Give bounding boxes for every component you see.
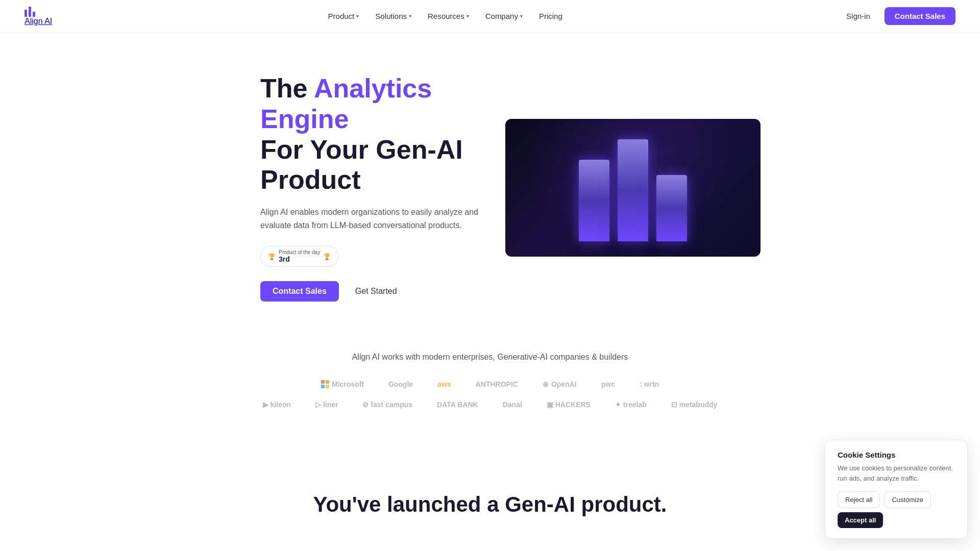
- partner-pwc: pwc: [601, 380, 615, 388]
- chevron-down-icon: ▾: [520, 13, 523, 19]
- cookie-buttons: Reject all Customize Accept all: [838, 491, 955, 528]
- product-of-day-badge: 🏆 Product of the day 3rd 🏆: [260, 246, 338, 267]
- reject-all-button[interactable]: Reject all: [838, 491, 880, 508]
- partners-intro: Align AI works with modern enterprises, …: [41, 353, 939, 362]
- customize-button[interactable]: Customize: [884, 491, 930, 508]
- cookie-title: Cookie Settings: [838, 450, 955, 459]
- signin-button[interactable]: Sign-in: [838, 8, 878, 24]
- chevron-down-icon: ▾: [356, 13, 359, 19]
- chevron-down-icon: ▾: [467, 13, 469, 19]
- bottom-headline: You've launched a Gen-AI product.: [20, 492, 960, 517]
- navbar: Align AI Product ▾ Solutions ▾ Resources…: [0, 0, 980, 33]
- accept-all-button[interactable]: Accept all: [838, 512, 883, 528]
- partner-wrtn: : wrtn: [640, 380, 659, 388]
- cookie-description: We use cookies to personalize content, r…: [838, 463, 955, 483]
- hero-title: The Analytics Engine For Your Gen-AI Pro…: [260, 73, 505, 195]
- pod-leaves-right: 🏆: [323, 253, 331, 260]
- hero-buttons: Contact Sales Get Started: [260, 281, 505, 302]
- get-started-button[interactable]: Get Started: [347, 281, 405, 302]
- chevron-down-icon: ▾: [409, 13, 411, 19]
- partner-anthropic: ANTHROPIC: [476, 380, 518, 388]
- nav-company[interactable]: Company ▾: [478, 8, 530, 24]
- chart-bar-3: [656, 175, 687, 241]
- openai-icon: ⊕: [543, 380, 549, 388]
- nav-pricing[interactable]: Pricing: [532, 8, 570, 24]
- chart-bar-1: [579, 160, 609, 241]
- partner-openai: ⊕ OpenAI: [543, 380, 577, 388]
- chart-bar-2: [618, 139, 648, 241]
- nav-product[interactable]: Product ▾: [321, 8, 366, 24]
- partner-liner: ▷ liner: [315, 400, 338, 409]
- nav-solutions[interactable]: Solutions ▾: [368, 8, 419, 24]
- pod-leaves-left: 🏆: [268, 253, 276, 260]
- nav-resources[interactable]: Resources ▾: [421, 8, 476, 24]
- brand-logo[interactable]: Align AI: [24, 7, 52, 26]
- hero-section: The Analytics Engine For Your Gen-AI Pro…: [158, 33, 822, 332]
- partner-databank: DATA BANK: [437, 400, 478, 409]
- hero-content: The Analytics Engine For Your Gen-AI Pro…: [260, 73, 505, 302]
- contact-sales-nav-button[interactable]: Contact Sales: [885, 7, 955, 25]
- hero-illustration: [505, 119, 761, 257]
- nav-links: Product ▾ Solutions ▾ Resources ▾ Compan…: [321, 8, 570, 24]
- logo-icon: [24, 7, 52, 17]
- partner-metabuddy: ⊡ metabuddy: [671, 400, 718, 409]
- partner-microsoft: Microsoft: [321, 380, 364, 388]
- partner-kileon: ▶ kileon: [263, 400, 291, 409]
- brand-name: Align AI: [24, 17, 52, 26]
- partners-row-1: Microsoft Google aws ANTHROPIC ⊕ OpenAI …: [41, 380, 939, 388]
- partner-fastcampus: ⊘ fast campus: [362, 400, 412, 409]
- partner-google: Google: [388, 380, 413, 388]
- partner-aws: aws: [437, 380, 451, 388]
- microsoft-icon: [321, 380, 329, 388]
- partner-hackers: ▣ HACKERS: [547, 400, 591, 409]
- hero-description: Align AI enables modern organizations to…: [260, 206, 485, 232]
- nav-actions: Sign-in Contact Sales: [838, 7, 955, 25]
- cookie-banner: Cookie Settings We use cookies to person…: [825, 440, 968, 537]
- contact-sales-hero-button[interactable]: Contact Sales: [260, 281, 339, 302]
- partners-section: Align AI works with modern enterprises, …: [0, 332, 980, 452]
- partner-treelab: ✦ treelab: [615, 400, 647, 409]
- partners-row-2: ▶ kileon ▷ liner ⊘ fast campus DATA BANK…: [41, 400, 939, 409]
- partner-danal: Danal: [503, 400, 522, 409]
